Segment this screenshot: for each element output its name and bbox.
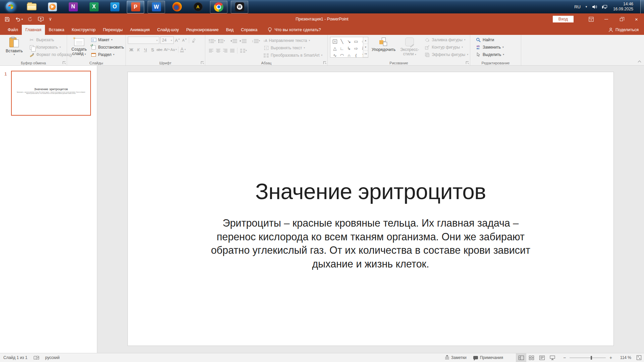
volume-icon[interactable] (592, 5, 597, 9)
justify-button[interactable] (229, 47, 235, 54)
taskbar-media-player[interactable] (44, 0, 61, 13)
shapes-scroll-up-icon[interactable]: ▲ (363, 37, 368, 44)
zoom-slider[interactable] (570, 358, 606, 358)
text-direction-button[interactable]: ↕AНаправление текста▾ (262, 37, 324, 44)
align-center-button[interactable] (215, 47, 221, 54)
slide-sorter-view-button[interactable] (526, 353, 537, 362)
redo-icon[interactable] (28, 17, 33, 21)
italic-button[interactable]: К (135, 46, 142, 53)
reading-view-button[interactable] (537, 353, 547, 362)
line-spacing-button[interactable]: ↕▾ (251, 37, 261, 45)
network-icon[interactable] (602, 5, 607, 9)
shape-scribble-icon[interactable]: ∿ (331, 52, 338, 58)
ribbon-display-options-icon[interactable] (584, 13, 599, 25)
notes-button[interactable]: Заметки (442, 353, 470, 362)
close-button[interactable]: × (629, 13, 644, 25)
clear-formatting-button[interactable] (190, 37, 197, 44)
sign-in-button[interactable]: Вход (553, 16, 574, 22)
spellcheck-icon[interactable] (34, 356, 39, 360)
slide-1-thumbnail[interactable]: Значение эритроцитов Эритроциты – красны… (11, 71, 91, 116)
shape-arc-icon[interactable]: ◠ (338, 52, 345, 58)
replace-button[interactable]: abacЗаменить▾ (474, 44, 506, 51)
shapes-expand-icon[interactable]: ≡▾ (363, 51, 368, 57)
undo-button[interactable]: ▾ (15, 17, 22, 21)
customize-qat-icon[interactable]: ▾ (49, 18, 52, 20)
taskbar-explorer[interactable] (23, 0, 40, 13)
start-from-beginning-icon[interactable] (38, 17, 44, 22)
zoom-out-icon[interactable]: − (561, 355, 568, 360)
select-button[interactable]: Выделить▾ (474, 51, 506, 58)
tab-Файл[interactable]: Файл (4, 25, 22, 35)
taskbar-outlook[interactable]: O (106, 0, 123, 13)
find-button[interactable]: Найти (474, 36, 506, 44)
shape-effects-button[interactable]: Эффекты фигуры▾ (423, 51, 470, 58)
tab-Главная[interactable]: Главная (22, 25, 45, 35)
tab-Рецензирование[interactable]: Рецензирование (182, 25, 222, 35)
normal-view-button[interactable] (516, 353, 526, 362)
section-button[interactable]: Раздел▾ (89, 51, 126, 58)
save-icon[interactable] (5, 17, 10, 22)
show-desktop-button[interactable] (640, 0, 644, 13)
numbering-button[interactable]: ▾ (217, 37, 226, 45)
shape-left-brace-icon[interactable]: { (353, 52, 360, 58)
font-name-combobox[interactable]: ▾ (128, 37, 159, 44)
tab-Слайд-шоу[interactable]: Слайд-шоу (153, 25, 182, 35)
shape-fill-button[interactable]: Заливка фигуры▾ (423, 36, 470, 44)
zoom-slider-handle[interactable] (591, 356, 592, 360)
shapes-gallery[interactable]: A╲↘▭○▢△∟↳⇨⇩◔∿◠∩{}☆ ▲ ▼ ≡▾ (330, 37, 368, 58)
font-dialog-launcher[interactable] (201, 61, 204, 64)
font-size-combobox[interactable]: 24▾ (160, 37, 174, 44)
layout-button[interactable]: Макет▾ (89, 36, 126, 44)
arrange-button[interactable]: Упорядочить (369, 36, 398, 60)
shape-line-icon[interactable]: ╲ (338, 38, 345, 45)
quick-styles-button[interactable]: Экспресс- стили ▾ (398, 36, 421, 60)
align-right-button[interactable] (222, 47, 228, 54)
slide-canvas[interactable]: Значение эритроцитов Эритроциты – красны… (127, 72, 614, 346)
language-status[interactable]: русский (45, 355, 60, 360)
paste-button[interactable]: Вставить ▾ (3, 36, 25, 60)
drawing-dialog-launcher[interactable] (466, 61, 469, 64)
taskbar-powerpoint[interactable]: P (127, 1, 144, 13)
columns-button[interactable]: ▾ (239, 47, 248, 54)
shape-text-box-icon[interactable]: A (333, 40, 337, 44)
change-case-button[interactable]: Aa▾ (170, 46, 177, 53)
tab-Справка[interactable]: Справка (237, 25, 261, 35)
shape-triangle-icon[interactable]: △ (331, 45, 338, 52)
zoom-percentage[interactable]: 114 % (615, 355, 631, 360)
undo-dropdown-icon[interactable]: ▾ (21, 18, 22, 21)
underline-button[interactable]: Ч (142, 46, 149, 53)
taskbar-clock[interactable]: 14:46 16.09.2025 (613, 2, 633, 12)
bold-button[interactable]: Ж (128, 46, 135, 53)
slide-body-text[interactable]: Эритроциты – красные кровяные тельца. Их… (128, 216, 613, 270)
align-left-button[interactable] (208, 47, 214, 54)
bullets-button[interactable]: ▾ (208, 37, 217, 45)
paragraph-dialog-launcher[interactable] (323, 61, 326, 64)
shapes-gallery-scrollbar[interactable]: ▲ ▼ ≡▾ (363, 37, 368, 57)
taskbar-game-center[interactable]: W (231, 1, 248, 13)
language-indicator[interactable]: RU (574, 4, 581, 9)
tab-Переходы[interactable]: Переходы (99, 25, 126, 35)
restore-button[interactable] (614, 13, 629, 25)
taskbar-firefox[interactable] (168, 0, 186, 13)
font-color-button[interactable]: А▾ (179, 46, 186, 53)
tab-Анимация[interactable]: Анимация (126, 25, 154, 35)
increase-indent-button[interactable] (239, 37, 248, 45)
minimize-button[interactable] (599, 13, 614, 25)
increase-font-size-button[interactable]: A▴ (174, 37, 181, 44)
zoom-in-icon[interactable]: + (607, 355, 614, 360)
taskbar-start[interactable] (2, 0, 19, 13)
decrease-font-size-button[interactable]: A▾ (181, 37, 188, 44)
slide-title-text[interactable]: Значение эритроцитов (128, 179, 613, 204)
shape-right-arrow-icon[interactable]: ⇨ (353, 45, 360, 52)
share-button[interactable]: Поделиться (608, 25, 644, 35)
new-slide-button[interactable]: Создать слайд ▾ (69, 36, 89, 60)
reset-button[interactable]: Восстановить (89, 44, 126, 51)
shape-elbow-arrow-icon[interactable]: ↳ (345, 45, 353, 52)
strikethrough-button[interactable]: abc (156, 46, 163, 53)
shape-elbow-connector-icon[interactable]: ∟ (338, 45, 345, 52)
shape-rectangle-icon[interactable]: ▭ (353, 38, 360, 45)
shape-arrow-icon[interactable]: ↘ (345, 38, 353, 45)
text-shadow-button[interactable]: S (149, 46, 156, 53)
comments-button[interactable]: Примечания (470, 353, 506, 362)
tab-Вид[interactable]: Вид (222, 25, 237, 35)
